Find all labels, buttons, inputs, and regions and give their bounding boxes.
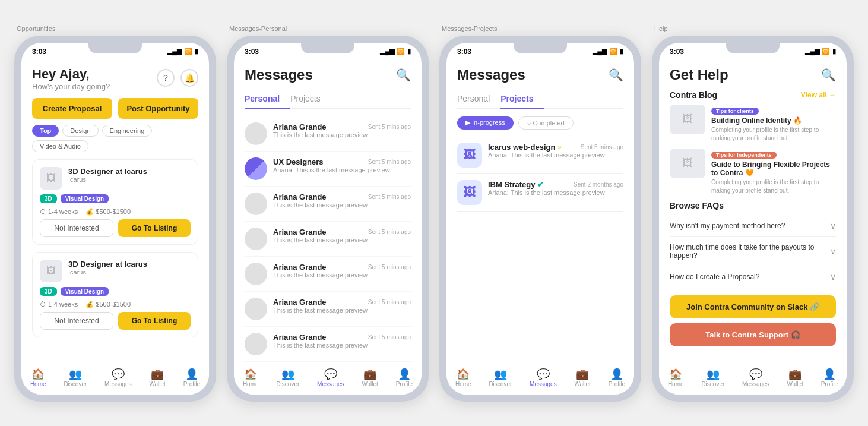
tag-design[interactable]: Design <box>62 125 98 137</box>
msg-item-4[interactable]: Ariana Grande Sent 5 mins ago This is th… <box>245 222 411 257</box>
blog-desc-1: Completing your profile is the first ste… <box>711 126 836 143</box>
msg-item-3[interactable]: Ariana Grande Sent 5 mins ago This is th… <box>245 187 411 222</box>
msg-item-5[interactable]: Ariana Grande Sent 5 mins ago This is th… <box>245 257 411 292</box>
opp-budget-1: 💰 $500-$1500 <box>85 208 131 215</box>
nav-profile-2[interactable]: 👤 Profile <box>396 369 413 387</box>
nav-wallet-2[interactable]: 💼 Wallet <box>362 369 378 387</box>
search-btn-4[interactable]: 🔍 <box>821 68 836 82</box>
tab-personal[interactable]: Personal <box>245 90 290 109</box>
nav-wallet-4[interactable]: 💼 Wallet <box>787 369 803 387</box>
nav-home-2[interactable]: 🏠 Home <box>243 369 259 387</box>
faq-item-1[interactable]: Why isn't my payment method here? ∨ <box>670 215 836 237</box>
opp-info-1: 3D Designer at Icarus Icarus <box>68 167 147 183</box>
search-btn-3[interactable]: 🔍 <box>609 68 623 82</box>
project-name-1: Icarus web-design » <box>488 143 562 152</box>
blog-tag-independents: Tips for Independents <box>711 152 777 159</box>
tag-top[interactable]: Top <box>32 125 59 137</box>
join-slack-button[interactable]: Join Contra Community on Slack 🔗 <box>670 295 836 318</box>
go-to-listing-btn-2[interactable]: Go To Listing <box>118 312 191 330</box>
nav-discover-label-4: Discover <box>701 381 724 387</box>
opp-header-1: 🖼 3D Designer at Icarus Icarus <box>40 167 191 190</box>
msg-top-1: Ariana Grande Sent 5 mins ago <box>273 122 411 131</box>
create-proposal-button[interactable]: Create Proposal <box>32 98 112 119</box>
nav-messages-2[interactable]: 💬 Messages <box>317 369 344 387</box>
blog-title-1: Building Online Identity 🔥 <box>711 116 836 125</box>
notification-icon-btn[interactable]: 🔔 <box>180 69 198 87</box>
nav-home-1[interactable]: 🏠 Home <box>30 369 46 387</box>
not-interested-btn-1[interactable]: Not Interested <box>40 219 113 237</box>
discover-icon-1: 👥 <box>69 369 82 380</box>
msg-item-7[interactable]: Ariana Grande Sent 5 mins ago This is th… <box>245 327 411 362</box>
nav-discover-1[interactable]: 👥 Discover <box>64 369 87 387</box>
notch-2 <box>301 43 354 53</box>
search-btn-2[interactable]: 🔍 <box>396 68 411 82</box>
nav-messages-1[interactable]: 💬 Messages <box>104 369 132 387</box>
time-3: 3:03 <box>457 48 471 56</box>
blog-header: Contra Blog View all → <box>670 90 836 100</box>
signal-icon-3: ▂▄▆ <box>593 48 607 55</box>
nav-messages-3[interactable]: 💬 Messages <box>530 369 557 387</box>
nav-discover-4[interactable]: 👥 Discover <box>701 369 724 387</box>
faq-q-1: Why isn't my payment method here? <box>670 222 830 230</box>
msg-item-1[interactable]: Ariana Grande Sent 5 mins ago This is th… <box>245 116 411 152</box>
filter-completed[interactable]: ○ Completed <box>518 116 574 130</box>
project-item-2[interactable]: 🖼 IBM Strategy ✔ Sent 2 months ago Arian… <box>457 174 623 212</box>
blog-content-2: Tips for Independents Guide to Bringing … <box>711 149 836 195</box>
checkmark-icon: ✔ <box>537 180 544 189</box>
faq-section: Browse FAQs Why isn't my payment method … <box>670 201 836 288</box>
nav-wallet-3[interactable]: 💼 Wallet <box>574 369 590 387</box>
opp-duration-2: ⏱ 1-4 weeks <box>40 301 78 308</box>
phone-inner-2: 3:03 ▂▄▆ 🛜 ▮ Messages 🔍 Personal Project… <box>234 43 422 395</box>
help-icon-btn[interactable]: ? <box>157 69 175 87</box>
nav-profile-4[interactable]: 👤 Profile <box>821 369 838 387</box>
msg-time-4: Sent 5 mins ago <box>368 229 411 235</box>
nav-discover-2[interactable]: 👥 Discover <box>276 369 299 387</box>
phone-2: 3:03 ▂▄▆ 🛜 ▮ Messages 🔍 Personal Project… <box>227 36 429 402</box>
msg-item-6[interactable]: Ariana Grande Sent 5 mins ago This is th… <box>245 292 411 327</box>
msg-body-5: Ariana Grande Sent 5 mins ago This is th… <box>273 263 411 279</box>
talk-support-button[interactable]: Talk to Contra Support 🎧 <box>670 323 836 346</box>
tag-engineering[interactable]: Engineering <box>102 125 153 137</box>
screen-label-3: Messages-Projects <box>442 25 498 32</box>
bottom-nav-3: 🏠 Home 👥 Discover 💬 Messages 💼 Wallet <box>446 364 634 395</box>
nav-wallet-1[interactable]: 💼 Wallet <box>149 369 165 387</box>
tab-projects[interactable]: Projects <box>290 90 331 109</box>
greeting-text: Hey Ajay, How's your day going? <box>32 67 110 91</box>
nav-discover-3[interactable]: 👥 Discover <box>489 369 512 387</box>
tab-projects-3[interactable]: Projects <box>500 90 544 109</box>
home-icon-4: 🏠 <box>669 369 682 380</box>
filter-inprogress[interactable]: ▶ In-progress <box>457 116 514 130</box>
tab-personal-3[interactable]: Personal <box>457 90 500 109</box>
faq-item-2[interactable]: How much time does it take for the payou… <box>670 237 836 266</box>
nav-home-3[interactable]: 🏠 Home <box>455 369 471 387</box>
project-item-1[interactable]: 🖼 Icarus web-design » Sent 5 mins ago Ar… <box>457 137 623 174</box>
nav-wallet-label-4: Wallet <box>787 381 803 387</box>
msg-avatar-2 <box>245 157 267 180</box>
nav-messages-4[interactable]: 💬 Messages <box>742 369 769 387</box>
msg-item-2[interactable]: UX Designers Sent 5 mins ago Ariana: Thi… <box>245 152 411 187</box>
go-to-listing-btn-1[interactable]: Go To Listing <box>118 219 191 237</box>
msg-preview-5: This is the last message preview <box>273 272 411 279</box>
faq-item-3[interactable]: How do I create a Proposal? ∨ <box>670 266 836 288</box>
faq-q-3: How do I create a Proposal? <box>670 273 830 281</box>
nav-profile-1[interactable]: 👤 Profile <box>183 369 200 387</box>
opp-duration-1: ⏱ 1-4 weeks <box>40 208 78 215</box>
messages-title: Messages <box>245 67 313 83</box>
project-preview-2: Ariana: This is the last message preview <box>488 189 623 196</box>
home-icon-3: 🏠 <box>457 369 470 380</box>
view-all-btn[interactable]: View all → <box>801 91 836 99</box>
faq-title: Browse FAQs <box>670 201 836 210</box>
discover-icon-4: 👥 <box>707 369 720 380</box>
nav-profile-3[interactable]: 👤 Profile <box>609 369 625 387</box>
tag-video[interactable]: Video & Audio <box>32 140 88 152</box>
status-icons-1: ▂▄▆ 🛜 ▮ <box>167 48 198 55</box>
wallet-icon-2: 💼 <box>363 369 376 380</box>
content-3: Messages 🔍 Personal Projects ▶ In-progre… <box>446 67 634 364</box>
tabs-row-2: Personal Projects <box>245 90 411 109</box>
bottom-nav-1: 🏠 Home 👥 Discover 💬 Messages 💼 Wallet <box>21 364 209 395</box>
post-opportunity-button[interactable]: Post Opportunity <box>118 98 198 119</box>
project-body-1: Icarus web-design » Sent 5 mins ago Aria… <box>488 143 623 159</box>
not-interested-btn-2[interactable]: Not Interested <box>40 312 113 330</box>
phone-inner-4: 3:03 ▂▄▆ 🛜 ▮ Get Help 🔍 Contra Blog View <box>659 43 847 395</box>
nav-home-4[interactable]: 🏠 Home <box>668 369 684 387</box>
